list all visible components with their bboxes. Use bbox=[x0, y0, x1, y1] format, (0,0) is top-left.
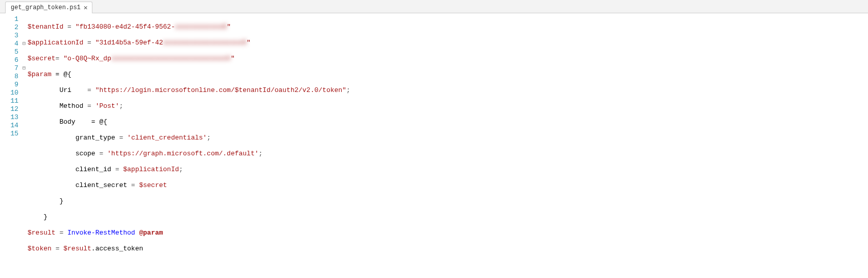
code-line: Uri = "https://login.microsoftonline.com… bbox=[28, 86, 868, 95]
code-line: $secret= "o-Q8Q~Rx_dpxxxxxxxxxxxxxxxxxxx… bbox=[28, 55, 868, 63]
code-line: Body = @{ bbox=[28, 118, 868, 126]
code-line: client_id = $applicationId; bbox=[28, 166, 868, 174]
code-line: } bbox=[28, 213, 868, 221]
code-line: $result = Invoke-RestMethod @param bbox=[28, 229, 868, 237]
close-icon[interactable]: ✕ bbox=[84, 4, 88, 12]
code-area[interactable]: 1 2 3 4 5 6 7 8 9 10 11 12 13 14 15 ⊟ ⊟ bbox=[0, 13, 868, 278]
tabbar: get_graph_token.ps1 ✕ bbox=[0, 0, 868, 13]
code-body[interactable]: $tenantId = "fb134080-e4d2-45f4-9562-xxx… bbox=[28, 15, 868, 268]
code-line: $token = $result.access_token bbox=[28, 245, 868, 253]
file-tab[interactable]: get_graph_token.ps1 ✕ bbox=[5, 2, 92, 13]
code-line: } bbox=[28, 197, 868, 205]
fold-column: ⊟ ⊟ bbox=[20, 15, 28, 268]
tab-title: get_graph_token.ps1 bbox=[11, 4, 81, 11]
code-line: grant_type = 'client_credentials'; bbox=[28, 134, 868, 142]
code-line: Method = 'Post'; bbox=[28, 102, 868, 110]
code-line: scope = 'https://graph.microsoft.com/.de… bbox=[28, 150, 868, 158]
code-line: $tenantId = "fb134080-e4d2-45f4-9562-xxx… bbox=[28, 23, 868, 31]
code-line: client_secret = $secret bbox=[28, 181, 868, 190]
code-line: $applicationId = "31d14b5a-59ef-42xxxxxx… bbox=[28, 39, 868, 47]
code-line: $param = @{ bbox=[28, 71, 868, 79]
line-gutter: 1 2 3 4 5 6 7 8 9 10 11 12 13 14 15 bbox=[0, 15, 20, 268]
editor-pane: get_graph_token.ps1 ✕ 1 2 3 4 5 6 7 8 9 … bbox=[0, 0, 868, 278]
